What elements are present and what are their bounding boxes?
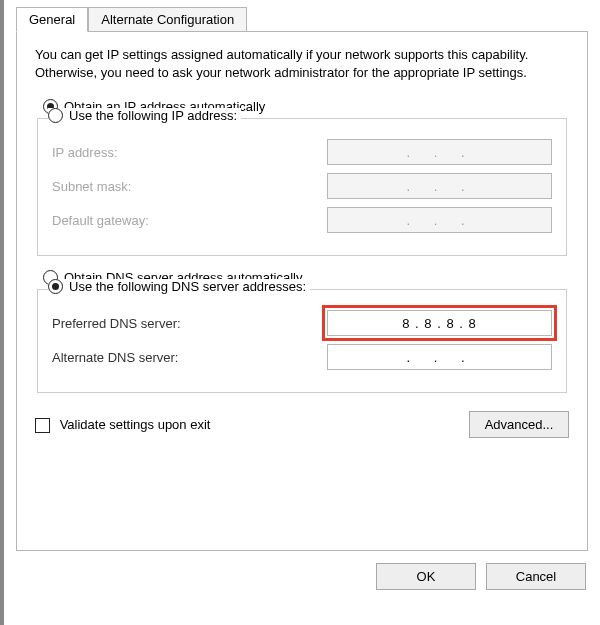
- validate-settings-label: Validate settings upon exit: [60, 417, 211, 432]
- default-gateway-input: . . .: [327, 207, 552, 233]
- radio-use-following-dns[interactable]: [48, 279, 63, 294]
- radio-use-following-ip-row[interactable]: Use the following IP address:: [48, 108, 241, 123]
- subnet-mask-label: Subnet mask:: [52, 179, 132, 194]
- ip-address-group: Use the following IP address: IP address…: [37, 118, 567, 256]
- radio-use-following-ip-label: Use the following IP address:: [69, 108, 237, 123]
- ip-address-input: . . .: [327, 139, 552, 165]
- intro-text: You can get IP settings assigned automat…: [35, 46, 569, 81]
- preferred-dns-input[interactable]: 8 . 8 . 8 . 8: [327, 310, 552, 336]
- validate-settings-row[interactable]: Validate settings upon exit: [35, 417, 210, 433]
- validate-settings-checkbox[interactable]: [35, 418, 50, 433]
- alternate-dns-label: Alternate DNS server:: [52, 350, 178, 365]
- subnet-mask-input: . . .: [327, 173, 552, 199]
- dns-group: Use the following DNS server addresses: …: [37, 289, 567, 393]
- ok-button[interactable]: OK: [376, 563, 476, 590]
- radio-use-following-ip[interactable]: [48, 108, 63, 123]
- default-gateway-label: Default gateway:: [52, 213, 149, 228]
- advanced-button[interactable]: Advanced...: [469, 411, 569, 438]
- tab-page-general: You can get IP settings assigned automat…: [16, 31, 588, 551]
- tab-alternate-config[interactable]: Alternate Configuration: [88, 7, 247, 32]
- preferred-dns-label: Preferred DNS server:: [52, 316, 181, 331]
- alternate-dns-input[interactable]: . . .: [327, 344, 552, 370]
- cancel-button[interactable]: Cancel: [486, 563, 586, 590]
- tab-strip: General Alternate Configuration: [16, 6, 588, 31]
- radio-use-following-dns-label: Use the following DNS server addresses:: [69, 279, 306, 294]
- ip-address-label: IP address:: [52, 145, 118, 160]
- radio-use-following-dns-row[interactable]: Use the following DNS server addresses:: [48, 279, 310, 294]
- tab-general[interactable]: General: [16, 7, 88, 32]
